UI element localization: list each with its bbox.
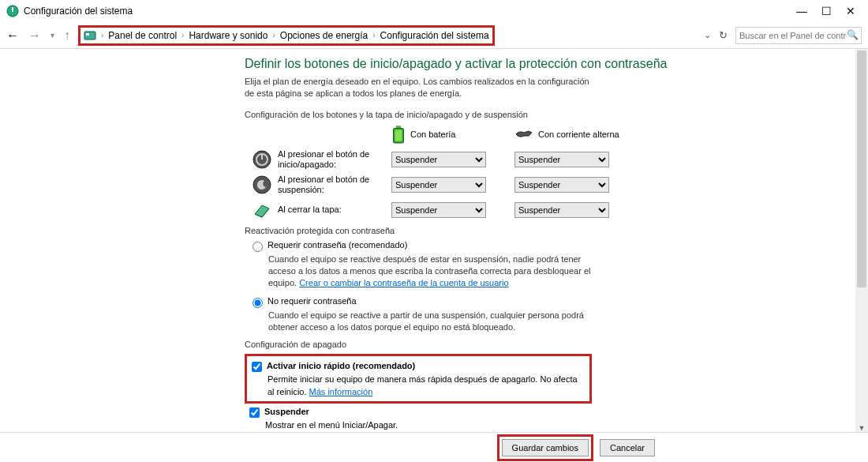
- chevron-right-icon: ›: [101, 31, 103, 39]
- row-sleep-label: Al presionar el botón de suspensión:: [278, 175, 379, 195]
- forward-button[interactable]: →: [28, 28, 41, 43]
- search-input[interactable]: [735, 27, 862, 44]
- lid-icon: [253, 201, 271, 220]
- fastboot-highlight: Activar inicio rápido (recomendado) Perm…: [245, 354, 592, 404]
- page-description: Elija el plan de energía deseado en el e…: [245, 76, 600, 100]
- crumb-panel[interactable]: Panel de control: [108, 30, 177, 41]
- lid-ac-select[interactable]: Suspender: [514, 202, 609, 218]
- svg-rect-9: [261, 153, 263, 160]
- up-button[interactable]: ↑: [64, 28, 70, 43]
- row-power-label: Al presionar el botón de inicio/apagado:: [278, 149, 379, 170]
- crumb-hardware[interactable]: Hardware y sonido: [189, 30, 268, 41]
- control-panel-icon: [84, 29, 96, 42]
- crumb-energy[interactable]: Opciones de energía: [280, 30, 368, 41]
- fastboot-moreinfo-link[interactable]: Más información: [309, 387, 373, 396]
- breadcrumb[interactable]: › Panel de control › Hardware y sonido ›…: [78, 25, 495, 46]
- chevron-right-icon: ›: [181, 31, 184, 39]
- main-content: Definir los botones de inicio/apagado y …: [0, 49, 868, 462]
- save-button-highlight: Guardar cambios: [497, 434, 593, 461]
- window-title: Configuración del sistema: [24, 6, 796, 17]
- shutdown-section-heading: Configuración de apagado: [245, 340, 836, 349]
- require-password-desc: Cuando el equipo se reactive después de …: [268, 254, 608, 290]
- svg-rect-6: [395, 130, 402, 141]
- navbar: ← → ▾ ↑ › Panel de control › Hardware y …: [0, 22, 868, 49]
- page-title: Definir los botones de inicio/apagado y …: [245, 57, 836, 71]
- svg-rect-3: [86, 33, 89, 36]
- save-button[interactable]: Guardar cambios: [502, 439, 589, 456]
- footer: Guardar cambios Cancelar: [0, 432, 868, 462]
- battery-icon: [391, 124, 406, 145]
- titlebar: Configuración del sistema — ☐ ✕: [0, 0, 868, 22]
- close-button[interactable]: ✕: [846, 5, 855, 17]
- fastboot-label: Activar inicio rápido (recomendado): [267, 361, 415, 370]
- dropdown-history-icon[interactable]: ▾: [51, 31, 54, 39]
- back-button[interactable]: ←: [6, 28, 19, 43]
- fastboot-checkbox[interactable]: [252, 362, 262, 372]
- power-battery-select[interactable]: Suspender: [391, 152, 486, 167]
- lid-battery-select[interactable]: Suspender: [391, 202, 486, 218]
- sleep-ac-select[interactable]: Suspender: [514, 177, 609, 193]
- col-battery-label: Con batería: [410, 130, 455, 139]
- suspend-checkbox[interactable]: [249, 408, 260, 418]
- suspend-label: Suspender: [264, 407, 309, 416]
- scroll-down-icon[interactable]: ▼: [855, 424, 868, 432]
- svg-rect-1: [12, 7, 13, 12]
- no-password-label: No requerir contraseña: [268, 296, 357, 306]
- no-password-radio[interactable]: [253, 298, 263, 308]
- cancel-button[interactable]: Cancelar: [600, 439, 655, 456]
- chevron-right-icon: ›: [272, 31, 275, 39]
- fastboot-desc: Permite iniciar su equipo de manera más …: [268, 374, 585, 398]
- sleep-battery-select[interactable]: Suspender: [391, 177, 486, 193]
- change-password-link[interactable]: Crear o cambiar la contraseña de la cuen…: [299, 278, 508, 287]
- minimize-button[interactable]: —: [796, 5, 807, 17]
- power-ac-select[interactable]: Suspender: [514, 152, 609, 167]
- suspend-desc: Mostrar en el menú Iniciar/Apagar.: [265, 419, 836, 431]
- scroll-thumb[interactable]: [857, 51, 866, 287]
- plug-icon: [514, 128, 533, 141]
- require-password-radio[interactable]: [253, 242, 263, 252]
- power-button-icon: [253, 150, 271, 169]
- refresh-icon[interactable]: ↻: [719, 29, 728, 41]
- search-icon: 🔍: [847, 29, 859, 40]
- require-password-label: Requerir contraseña (recomendado): [268, 240, 407, 250]
- no-password-desc: Cuando el equipo se reactive a partir de…: [268, 310, 608, 334]
- col-ac-label: Con corriente alterna: [538, 130, 619, 139]
- password-section-heading: Reactivación protegida con contraseña: [245, 226, 836, 235]
- buttons-section-heading: Configuración de los botones y la tapa d…: [245, 110, 836, 119]
- sleep-button-icon: [253, 175, 271, 194]
- power-panel-icon: [6, 5, 19, 17]
- maximize-button[interactable]: ☐: [821, 5, 832, 17]
- crumb-system-config[interactable]: Configuración del sistema: [380, 30, 489, 41]
- row-lid-label: Al cerrar la tapa:: [278, 205, 342, 215]
- scrollbar[interactable]: ▲ ▼: [855, 49, 868, 432]
- address-dropdown-icon[interactable]: ⌄: [704, 30, 711, 40]
- chevron-right-icon: ›: [372, 31, 375, 39]
